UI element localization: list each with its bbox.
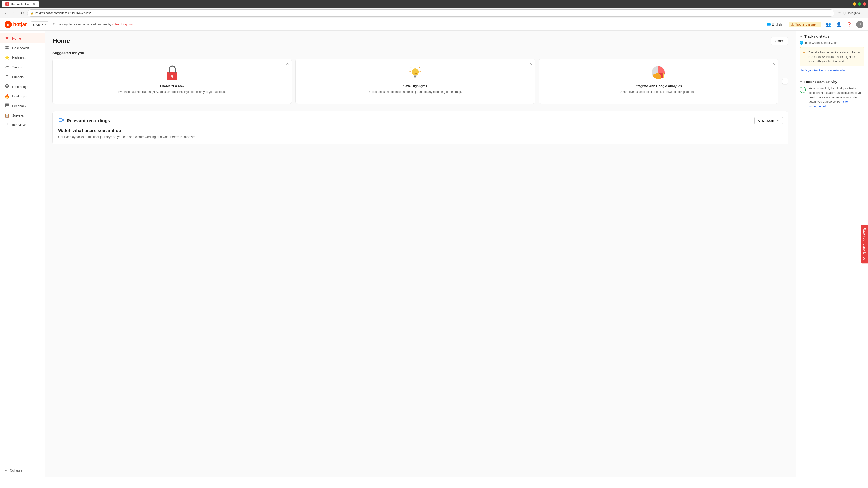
svg-point-5 [6,86,8,87]
address-bar[interactable]: 🔒 insights.hotjar.com/sites/3814994/over… [27,9,834,17]
sidebar-item-funnels[interactable]: Funnels [0,72,45,82]
card-analytics-icon [649,64,667,82]
card-2fa-desc: Two-factor authentication (2FA) adds an … [118,90,226,94]
tracking-dropdown-icon: ▼ [817,23,819,26]
nav-right-icons: ☆ ⬡ Incognito ⋮ [838,11,865,15]
back-button[interactable]: ‹ [3,10,9,16]
cards-nav: › [782,59,788,104]
sidebar-item-interviews[interactable]: 🎙 Interviews [0,120,45,129]
tracking-url-text: https://admin.shopify.com [805,41,838,44]
sidebar-item-recordings[interactable]: Recordings [0,82,45,92]
avatar[interactable]: U [856,21,864,28]
activity-collapse-icon[interactable]: ▼ [800,80,803,84]
site-selector[interactable]: shopify ▼ [31,22,49,27]
collapse-button[interactable]: ← Collapse [0,466,45,475]
language-selector[interactable]: 🌐 English ▼ [767,23,785,26]
trial-text: 11 trial days left - keep advanced featu… [53,23,111,26]
verify-tracking-link[interactable]: Verify your tracking code installation [800,69,846,72]
browser-nav: ‹ › ↻ 🔒 insights.hotjar.com/sites/381499… [0,8,868,18]
site-name: shopify [33,23,43,26]
sidebar-item-feedback[interactable]: Feedback [0,101,45,111]
card-2fa-close[interactable]: ✕ [286,62,289,66]
rate-experience-tab[interactable]: Rate your experience [861,225,868,263]
card-analytics-content: Integrate with Google Analytics Share ev… [544,64,773,94]
tracking-status-section: ▼ Tracking status 🌐 https://admin.shopif… [796,31,868,76]
recordings-icon [4,84,9,89]
sidebar-bottom: ← Collapse [0,466,45,475]
share-button[interactable]: Share [771,37,788,45]
watch-title: Watch what users see and do [58,128,783,133]
sidebar-label-surveys: Surveys [12,113,24,117]
tracking-issue-badge[interactable]: ⚠ Tracking issue ▼ [789,22,822,27]
recordings-section: Relevant recordings All sessions ▼ Watch… [53,111,788,144]
svg-line-11 [411,67,412,68]
heatmaps-icon: 🔥 [4,94,9,99]
sidebar-label-dashboards: Dashboards [12,46,29,50]
svg-rect-17 [414,76,416,77]
svg-rect-18 [414,77,416,77]
card-highlights-icon [406,64,424,82]
tracking-issue-text: Tracking issue [795,23,815,26]
svg-line-12 [419,67,420,68]
maximize-button[interactable] [858,2,861,6]
forward-button[interactable]: › [11,10,17,16]
sidebar-item-dashboards[interactable]: Dashboards [0,43,45,53]
svg-point-15 [412,68,418,75]
card-highlights-close[interactable]: ✕ [529,62,532,66]
menu-icon[interactable]: ⋮ [862,11,865,15]
svg-rect-3 [5,48,7,49]
cards-next-button[interactable]: › [782,78,788,85]
recent-activity-section: ▼ Recent team activity ✓ You successfull… [796,76,868,112]
subscribe-link[interactable]: subscribing now [112,23,133,26]
home-icon [4,36,9,41]
extensions-icon[interactable]: ⬡ [843,11,846,15]
refresh-button[interactable]: ↻ [19,10,25,16]
sidebar: Home Dashboards ⭐ Highlights Trends [0,31,45,477]
url-text: insights.hotjar.com/sites/3814994/overvi… [35,11,91,15]
sidebar-item-highlights[interactable]: ⭐ Highlights [0,53,45,62]
activity-item: ✓ You successfully installed your Hotjar… [800,86,864,108]
recordings-icon [58,117,64,125]
svg-rect-9 [172,76,173,78]
help-icon[interactable]: ❓ [846,21,852,28]
card-2fa-content: Enable 2FA now Two-factor authentication… [57,64,287,94]
tracking-url-row: 🌐 https://admin.shopify.com [800,41,864,44]
user-icon[interactable]: 👤 [835,21,842,28]
topbar: hotjar shopify ▼ 11 trial days left - ke… [0,18,868,31]
new-tab-button[interactable]: + [40,1,46,7]
sessions-dropdown[interactable]: All sessions ▼ [754,117,783,125]
warning-triangle-icon: ⚠ [802,51,806,64]
svg-rect-22 [663,72,664,78]
page-header: Home Share [53,37,788,45]
sidebar-item-surveys[interactable]: 📋 Surveys [0,111,45,120]
sidebar-item-home[interactable]: Home [0,33,45,43]
interviews-icon: 🎙 [4,123,9,127]
bookmark-icon[interactable]: ☆ [838,11,841,15]
warning-box-content: Your site has not sent any data to Hotja… [808,50,862,64]
sidebar-item-trends[interactable]: Trends [0,62,45,72]
site-dropdown-icon: ▼ [44,23,46,26]
svg-rect-1 [5,46,7,47]
warning-text: Your site has not sent any data to Hotja… [808,50,862,64]
sidebar-item-heatmaps[interactable]: 🔥 Heatmaps [0,92,45,101]
tab-close-icon[interactable]: ✕ [33,2,35,6]
card-analytics-close[interactable]: ✕ [772,62,775,66]
add-user-icon[interactable]: 👥 [825,21,832,28]
panel-collapse-icon[interactable]: ▼ [800,35,803,38]
main-content: Home Share Suggested for you ✕ [45,31,796,477]
sidebar-label-heatmaps: Heatmaps [12,94,27,98]
sessions-label: All sessions [758,119,774,123]
logo-text: hotjar [13,22,27,27]
minimize-button[interactable] [853,2,856,6]
svg-rect-16 [414,75,416,76]
warning-box: ⚠ Your site has not sent any data to Hot… [800,47,864,66]
recordings-header: Relevant recordings All sessions ▼ [58,117,783,125]
active-tab[interactable]: H Home - Hotjar ✕ [2,1,39,7]
recordings-title-row: Relevant recordings [58,117,110,125]
svg-rect-21 [661,74,662,78]
close-button[interactable] [863,2,866,6]
svg-rect-4 [7,48,8,49]
collapse-icon: ← [4,468,8,472]
tracking-status-title: Tracking status [804,34,829,38]
card-highlights-title: Save Highlights [403,84,427,88]
